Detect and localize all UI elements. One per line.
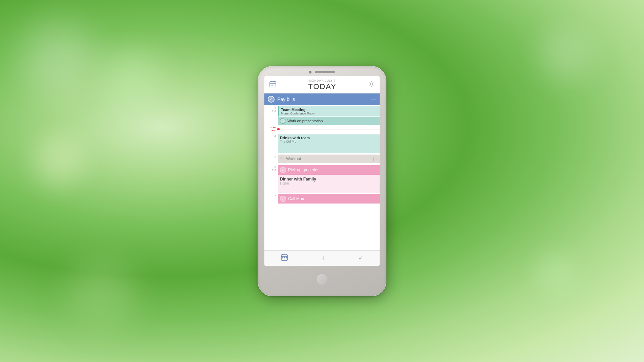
- dinner-subtitle: Home: [280, 182, 378, 185]
- pick-groceries-task[interactable]: ✓ Pick up groceries: [278, 165, 380, 175]
- call-mom-label: Call Mom: [288, 196, 305, 201]
- time-slot-3pm: 3PM Team Meeting Monet Conference Room ✓: [264, 105, 380, 125]
- time-slot-7: 7 ✓ Call Mom: [264, 193, 380, 204]
- check-mark-icon: ✓: [270, 97, 273, 101]
- work-presentation-check[interactable]: ✓: [280, 118, 285, 124]
- svg-rect-11: [284, 257, 285, 258]
- work-presentation-task[interactable]: ✓ Work on presentation: [278, 117, 380, 125]
- time-line-6: ✓ Pick up groceries Dinner with Family H…: [278, 165, 380, 193]
- groceries-check-icon: ✓: [282, 168, 284, 172]
- svg-rect-7: [282, 254, 283, 255]
- calendar-area: 3PM Team Meeting Monet Conference Room ✓: [264, 105, 380, 250]
- phone-bottom: [316, 266, 328, 296]
- groceries-check[interactable]: ✓: [280, 167, 286, 173]
- dinner-event[interactable]: Dinner with Family Home: [278, 175, 380, 193]
- settings-icon[interactable]: [368, 81, 375, 89]
- nav-check-icon[interactable]: ✓: [358, 254, 363, 262]
- team-meeting-event[interactable]: Team Meeting Monet Conference Room: [278, 106, 380, 116]
- app-header: 07 MONDAY, JULY 7 TODAY: [264, 76, 380, 93]
- call-mom-task[interactable]: ✓ Call Mom: [278, 194, 380, 204]
- workout-task[interactable]: ♡ Workout |→: [278, 155, 380, 163]
- speaker-slot: [315, 71, 335, 73]
- call-mom-check-icon: ✓: [282, 197, 284, 200]
- svg-rect-1: [271, 81, 271, 82]
- dinner-title: Dinner with Family: [280, 177, 378, 182]
- current-time-dot: [277, 128, 280, 130]
- app-content: ✓ Pay bills —› 3PM Team Meeting: [264, 93, 380, 266]
- heart-icon: ♡: [280, 156, 284, 162]
- time-label-5: 5: [264, 154, 278, 158]
- current-time-indicator: 3:30PM: [264, 126, 380, 132]
- team-meeting-title: Team Meeting: [281, 108, 378, 112]
- pay-bills-label: Pay bills: [277, 97, 368, 102]
- svg-text:07: 07: [271, 84, 274, 86]
- svg-rect-10: [282, 257, 283, 258]
- bottom-nav: + ✓: [264, 250, 380, 266]
- time-slot-5pm: 5 ♡ Workout |→: [264, 153, 380, 163]
- time-line-3pm: Team Meeting Monet Conference Room ✓ Wor…: [278, 106, 380, 125]
- workout-label: Workout: [286, 156, 371, 161]
- svg-point-5: [370, 83, 373, 85]
- time-slot-6pm: 6PM ✓ Pick up groceries Dinn: [264, 164, 380, 193]
- work-presentation-label: Work on presentation: [287, 119, 323, 123]
- time-label-6pm: 6PM: [264, 165, 278, 172]
- time-slot-4pm: 4 Drinks with team The Old Pro: [264, 133, 380, 153]
- drinks-subtitle: The Old Pro: [280, 140, 378, 143]
- task-arrow-icon: —›: [371, 97, 376, 101]
- time-line-4: Drinks with team The Old Pro: [278, 134, 380, 153]
- svg-rect-8: [286, 254, 286, 255]
- groceries-label: Pick up groceries: [288, 168, 319, 172]
- svg-rect-12: [286, 257, 287, 258]
- nav-calendar-icon[interactable]: [281, 254, 288, 263]
- calendar-icon[interactable]: 07: [269, 80, 277, 89]
- time-label-3pm: 3PM: [264, 106, 278, 113]
- time-line-7: ✓ Call Mom: [278, 194, 380, 204]
- current-time-line: [280, 129, 380, 129]
- time-label-4: 4: [264, 134, 278, 138]
- header-date-label: MONDAY, JULY 7: [308, 79, 337, 82]
- home-button[interactable]: [316, 273, 328, 285]
- header-today-label: TODAY: [308, 82, 337, 91]
- time-label-7: 7: [264, 194, 278, 197]
- work-check-icon: ✓: [281, 119, 284, 123]
- current-time-label: 3:30PM: [264, 126, 277, 132]
- drinks-title: Drinks with team: [280, 136, 378, 140]
- team-meeting-subtitle: Monet Conference Room: [281, 112, 378, 115]
- header-center: MONDAY, JULY 7 TODAY: [308, 79, 337, 91]
- pay-bills-check[interactable]: ✓: [268, 96, 275, 103]
- phone-screen: 07 MONDAY, JULY 7 TODAY: [264, 76, 380, 266]
- nav-add-icon[interactable]: +: [321, 253, 325, 263]
- drinks-event[interactable]: Drinks with team The Old Pro: [278, 134, 380, 153]
- pay-bills-task[interactable]: ✓ Pay bills —›: [264, 93, 380, 105]
- call-mom-check[interactable]: ✓: [280, 196, 286, 202]
- camera-dot: [309, 71, 311, 73]
- svg-rect-2: [274, 81, 275, 82]
- time-line-5: ♡ Workout |→: [278, 154, 380, 163]
- workout-expand-icon[interactable]: |→: [373, 157, 378, 161]
